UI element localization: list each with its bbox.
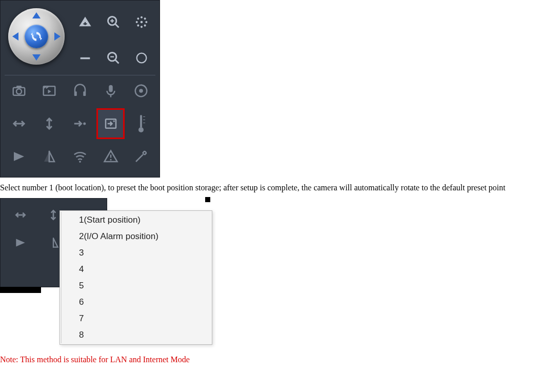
svg-marker-24 <box>48 90 51 94</box>
svg-marker-38 <box>14 152 24 161</box>
svg-rect-25 <box>74 91 77 96</box>
hflip-button[interactable] <box>5 202 36 228</box>
preset-option-4[interactable]: 4 <box>62 261 211 278</box>
svg-point-30 <box>139 89 143 93</box>
preset-option-1[interactable]: 1(Start position) <box>62 212 211 228</box>
disc-button[interactable] <box>127 75 155 106</box>
thermometer-icon <box>138 115 144 132</box>
ptz-up-icon[interactable] <box>32 12 41 18</box>
ptz-center-button[interactable] <box>25 25 48 48</box>
mirror-button[interactable] <box>35 141 64 172</box>
preset-option-6[interactable]: 6 <box>62 294 211 310</box>
hflip-button[interactable] <box>5 108 33 139</box>
iris-open-button[interactable] <box>131 12 152 32</box>
tool-grid <box>5 75 155 172</box>
preset-option-8[interactable]: 8 <box>62 327 211 343</box>
patrol-button[interactable] <box>5 141 33 172</box>
svg-rect-26 <box>83 91 86 96</box>
ptz-down-icon[interactable] <box>32 54 41 61</box>
wifi-button[interactable] <box>66 141 94 172</box>
instruction-paragraph: Select number 1 (boot location), to pres… <box>0 180 537 196</box>
svg-rect-27 <box>109 85 113 92</box>
preset-option-5[interactable]: 5 <box>62 278 211 294</box>
svg-point-37 <box>113 120 114 122</box>
svg-point-45 <box>110 159 111 161</box>
svg-point-42 <box>79 161 81 163</box>
set-preset-button[interactable] <box>96 108 125 139</box>
svg-line-8 <box>115 60 119 64</box>
svg-point-15 <box>137 18 138 19</box>
focus-in-button[interactable] <box>103 12 124 32</box>
corner-marker <box>205 197 210 202</box>
focus-out-button[interactable] <box>103 48 124 68</box>
zoom-out-button[interactable] <box>75 48 95 68</box>
svg-point-17 <box>137 25 138 26</box>
black-strip <box>0 287 41 293</box>
ptz-left-icon[interactable] <box>12 32 18 41</box>
preset-dropdown-screenshot: 1(Start position) 2(I/O Alarm position) … <box>0 198 227 352</box>
settings-button[interactable] <box>127 141 155 172</box>
svg-marker-39 <box>49 151 54 162</box>
svg-point-18 <box>144 25 145 26</box>
svg-point-34 <box>83 123 86 125</box>
record-button[interactable] <box>35 75 64 106</box>
talk-button[interactable] <box>96 75 125 106</box>
svg-rect-1 <box>84 23 87 24</box>
preset-option-2[interactable]: 2(I/O Alarm position) <box>62 228 211 245</box>
svg-point-14 <box>146 22 147 23</box>
ptz-right-icon[interactable] <box>54 32 61 41</box>
goto-preset-button[interactable] <box>66 108 94 139</box>
svg-point-19 <box>137 53 147 63</box>
preset-option-7[interactable]: 7 <box>62 310 211 327</box>
ptz-control-panel-screenshot <box>0 0 160 178</box>
zoom-in-button[interactable] <box>75 12 95 32</box>
preset-option-3[interactable]: 3 <box>62 245 211 261</box>
blank-cell <box>5 257 36 284</box>
svg-rect-21 <box>16 86 22 88</box>
preset-dropdown[interactable]: 1(Start position) 2(I/O Alarm position) … <box>59 210 212 345</box>
svg-point-22 <box>16 89 22 94</box>
alarm-button[interactable] <box>96 141 125 172</box>
snapshot-button[interactable] <box>5 75 33 106</box>
svg-marker-41 <box>44 151 49 162</box>
svg-point-13 <box>136 22 137 23</box>
svg-marker-50 <box>16 239 25 246</box>
patrol-button[interactable] <box>5 229 36 256</box>
svg-point-12 <box>141 26 142 27</box>
temperature-button[interactable] <box>127 108 155 139</box>
svg-point-11 <box>141 17 142 18</box>
svg-rect-2 <box>81 57 90 60</box>
svg-marker-51 <box>53 238 58 247</box>
ptz-dial[interactable] <box>8 8 65 65</box>
listen-button[interactable] <box>66 75 94 106</box>
iris-close-button[interactable] <box>131 48 152 68</box>
vflip-button[interactable] <box>35 108 64 139</box>
svg-line-4 <box>115 24 119 28</box>
svg-point-16 <box>144 18 145 19</box>
svg-point-10 <box>141 21 143 24</box>
note-text: Note: This method is suitable for LAN an… <box>0 355 537 364</box>
